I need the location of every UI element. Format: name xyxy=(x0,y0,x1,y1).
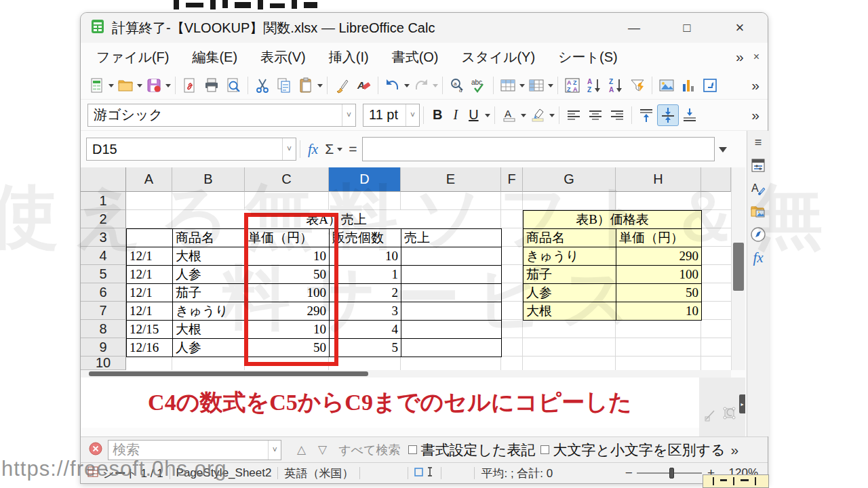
font-color-dropdown[interactable] xyxy=(521,114,526,120)
spelling-icon[interactable]: abc xyxy=(468,75,490,96)
toolbar-overflow-chevron[interactable]: » xyxy=(751,77,760,94)
insert-row-dropdown[interactable] xyxy=(519,84,525,90)
close-document-icon[interactable]: × xyxy=(753,51,760,63)
menu-styles[interactable]: スタイル(Y) xyxy=(450,44,547,70)
column-header-partial[interactable] xyxy=(701,167,731,192)
clear-formatting-icon[interactable]: A xyxy=(353,75,374,96)
column-header-h[interactable]: H xyxy=(616,167,701,192)
table-cell[interactable] xyxy=(401,302,502,321)
underline-button[interactable]: U xyxy=(463,106,484,124)
functions-icon[interactable]: fx xyxy=(747,246,769,269)
undo-icon[interactable] xyxy=(382,75,403,96)
row-header-10[interactable]: 10 xyxy=(81,357,126,370)
align-top-icon[interactable] xyxy=(635,104,657,126)
table-cell[interactable]: 商品名 xyxy=(173,229,245,247)
find-overflow-chevron[interactable]: » xyxy=(730,442,738,458)
column-header-c[interactable]: C xyxy=(245,167,329,192)
styles-icon[interactable]: A xyxy=(747,177,769,200)
row-header-2[interactable]: 2 xyxy=(81,210,126,228)
undo-dropdown[interactable] xyxy=(404,84,410,90)
align-left-icon[interactable] xyxy=(563,104,585,126)
sort-descending-icon[interactable]: ZA xyxy=(605,75,627,96)
zoom-out-button[interactable]: − xyxy=(621,466,637,481)
table-cell[interactable]: 人参 xyxy=(173,339,245,357)
table-cell[interactable] xyxy=(401,247,502,266)
center-vertically-icon[interactable] xyxy=(657,104,679,126)
column-header-a[interactable]: A xyxy=(126,167,172,192)
row-header-7[interactable]: 7 xyxy=(81,302,126,320)
sum-dropdown[interactable] xyxy=(337,148,342,154)
language-status[interactable]: 英語（米国） xyxy=(284,466,353,481)
table-cell[interactable]: 売上 xyxy=(401,229,502,247)
sheet-grid[interactable]: 表A）売上 商品名 単価（円） 販売個数 売上 12/1 大根 10 10 12… xyxy=(126,192,731,370)
menu-view[interactable]: 表示(V) xyxy=(249,44,317,70)
zoom-slider[interactable] xyxy=(637,467,702,479)
insert-image-icon[interactable] xyxy=(656,75,677,96)
gallery-icon[interactable] xyxy=(747,200,769,223)
properties-icon[interactable] xyxy=(747,154,769,177)
table-cell[interactable]: 人参 xyxy=(173,266,245,284)
menu-edit[interactable]: 編集(E) xyxy=(180,44,249,70)
sort-icon[interactable]: AZZA xyxy=(561,75,583,96)
close-find-bar-icon[interactable] xyxy=(89,442,102,458)
save-icon[interactable] xyxy=(143,75,165,96)
table-cell[interactable] xyxy=(401,339,502,357)
table-cell[interactable]: 12/16 xyxy=(127,339,173,357)
align-center-icon[interactable] xyxy=(585,104,606,126)
search-box[interactable]: ˅ xyxy=(108,440,281,460)
table-cell[interactable]: 大根 xyxy=(524,302,616,321)
save-dropdown[interactable] xyxy=(165,84,171,90)
menu-file[interactable]: ファイル(F) xyxy=(85,44,180,70)
find-replace-icon[interactable]: ad xyxy=(446,75,468,96)
formula-input[interactable] xyxy=(362,137,715,161)
align-right-icon[interactable] xyxy=(606,104,628,126)
table-cell[interactable]: 10 xyxy=(330,247,401,266)
insert-pivot-table-icon[interactable] xyxy=(699,75,721,96)
highlight-color-dropdown[interactable] xyxy=(549,114,555,120)
sheet-info[interactable]: シート 1 / 1 xyxy=(102,466,163,481)
table-cell[interactable]: 10 xyxy=(616,302,702,321)
sum-icon[interactable]: Σ xyxy=(322,141,336,157)
highlight-color-icon[interactable] xyxy=(527,104,549,126)
autofilter-icon[interactable] xyxy=(627,75,648,96)
table-cell[interactable]: きゅうり xyxy=(524,247,616,266)
open-file-icon[interactable] xyxy=(115,75,136,96)
italic-button[interactable]: I xyxy=(448,106,463,124)
paste-dropdown[interactable] xyxy=(317,84,323,90)
redo-icon[interactable] xyxy=(410,75,432,96)
table-cell[interactable]: 5 xyxy=(330,339,401,357)
equals-icon[interactable]: = xyxy=(343,141,362,157)
clone-formatting-icon[interactable] xyxy=(331,75,353,96)
close-button[interactable]: × xyxy=(724,16,755,39)
table-cell[interactable]: 茄子 xyxy=(524,266,616,284)
table-cell[interactable]: 茄子 xyxy=(173,284,245,302)
table-cell[interactable]: きゅうり xyxy=(173,302,245,321)
match-case-label[interactable]: 大文字と小文字を区別する xyxy=(549,441,726,460)
row-header-8[interactable]: 8 xyxy=(81,320,126,338)
table-cell[interactable] xyxy=(127,229,173,247)
function-wizard-icon[interactable]: fx xyxy=(304,141,322,158)
column-header-f[interactable]: F xyxy=(501,167,523,192)
menu-format[interactable]: 書式(O) xyxy=(380,44,450,70)
formatting-overflow-chevron[interactable]: » xyxy=(751,107,760,123)
row-header-6[interactable]: 6 xyxy=(81,283,126,302)
menu-insert[interactable]: 挿入(I) xyxy=(317,44,380,70)
formatted-display-checkbox[interactable] xyxy=(408,445,417,454)
print-icon[interactable] xyxy=(201,75,222,96)
selection-mode-icon[interactable] xyxy=(414,466,435,481)
new-document-icon[interactable] xyxy=(86,75,108,96)
maximize-button[interactable]: □ xyxy=(671,16,703,39)
vertical-scrollbar-thumb[interactable] xyxy=(733,243,744,291)
table-cell[interactable]: 2 xyxy=(330,284,401,302)
cut-icon[interactable] xyxy=(252,75,273,96)
table-cell[interactable]: 大根 xyxy=(173,247,245,266)
paste-icon[interactable] xyxy=(295,75,317,96)
row-header-5[interactable]: 5 xyxy=(81,265,126,283)
print-preview-icon[interactable] xyxy=(222,75,244,96)
insert-column-icon[interactable] xyxy=(526,75,547,96)
table-cell[interactable]: 1 xyxy=(330,266,401,284)
table-cell[interactable]: 12/1 xyxy=(127,302,173,321)
chevron-down-icon[interactable]: ˅ xyxy=(268,441,281,460)
export-pdf-icon[interactable] xyxy=(179,75,201,96)
table-cell[interactable]: 100 xyxy=(616,266,702,284)
